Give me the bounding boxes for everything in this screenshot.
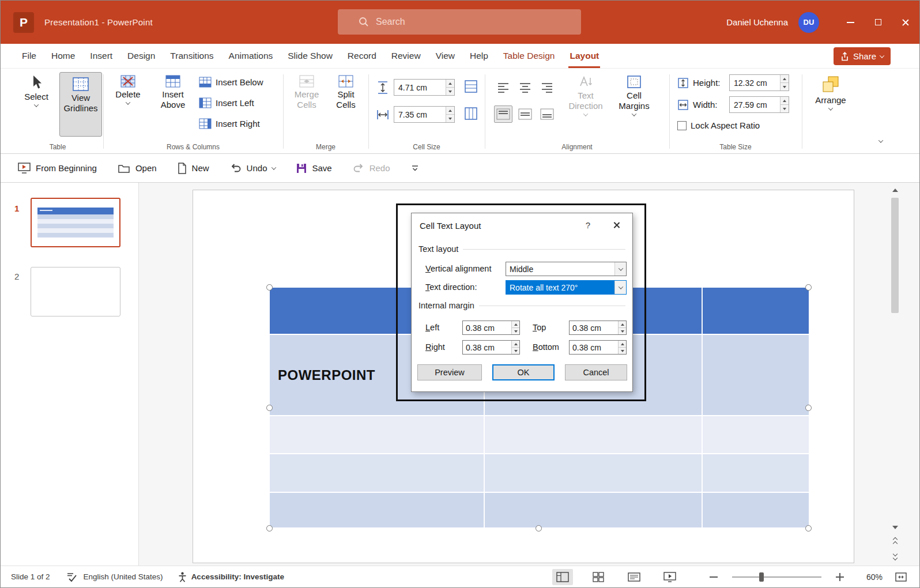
table-resize-handle-middle-right[interactable] <box>805 405 812 411</box>
search-box[interactable]: Search <box>338 9 581 35</box>
distribute-columns-button[interactable] <box>464 107 478 123</box>
arrange-button[interactable]: Arrange <box>810 72 851 111</box>
text-direction-dropdown[interactable]: Rotate all text 270° <box>506 280 627 295</box>
insert-left-button[interactable]: Insert Left <box>199 94 254 111</box>
table-resize-handle-bottom-right[interactable] <box>805 525 812 532</box>
fit-to-window-button[interactable] <box>891 569 911 585</box>
margin-top-down-button[interactable] <box>619 327 626 334</box>
collapse-ribbon-button[interactable] <box>874 136 887 146</box>
distribute-rows-button[interactable] <box>464 80 478 96</box>
close-button[interactable] <box>892 1 919 44</box>
slide-sorter-view-button[interactable] <box>588 569 609 585</box>
scrollbar-thumb[interactable] <box>891 198 899 313</box>
align-bottom-button[interactable] <box>538 105 556 123</box>
tab-animations[interactable]: Animations <box>221 44 281 68</box>
minimize-button[interactable] <box>836 1 864 44</box>
align-right-button[interactable] <box>538 79 556 96</box>
next-slide-button[interactable] <box>890 551 900 561</box>
tab-design[interactable]: Design <box>120 44 163 68</box>
zoom-in-button[interactable] <box>829 569 850 585</box>
tab-record[interactable]: Record <box>340 44 384 68</box>
table-width-up-button[interactable] <box>781 97 789 104</box>
margin-left-up-button[interactable] <box>512 321 519 327</box>
previous-slide-button[interactable] <box>890 537 900 546</box>
tab-insert[interactable]: Insert <box>82 44 120 68</box>
tab-home[interactable]: Home <box>44 44 82 68</box>
dialog-close-button[interactable] <box>606 218 628 233</box>
table-resize-handle-bottom-left[interactable] <box>266 525 273 532</box>
insert-above-button[interactable]: Insert Above <box>154 72 192 110</box>
tab-layout[interactable]: Layout <box>562 44 606 68</box>
slide-1-thumbnail[interactable] <box>31 198 120 247</box>
zoom-slider[interactable] <box>732 576 821 578</box>
margin-left-spinner[interactable]: 0.38 cm <box>462 321 520 335</box>
margin-bottom-down-button[interactable] <box>619 347 626 354</box>
maximize-button[interactable] <box>864 1 892 44</box>
user-avatar[interactable]: DU <box>798 12 819 33</box>
table-resize-handle-bottom-center[interactable] <box>536 525 542 532</box>
tab-table-design[interactable]: Table Design <box>496 44 563 68</box>
scroll-up-button[interactable] <box>890 185 900 195</box>
slide-2-thumbnail[interactable] <box>31 267 120 316</box>
center-vertically-button[interactable] <box>516 105 534 123</box>
slide-indicator[interactable]: Slide 1 of 2 <box>11 572 50 581</box>
save-button[interactable]: Save <box>296 163 331 174</box>
table-resize-handle-top-left[interactable] <box>266 284 273 291</box>
tab-review[interactable]: Review <box>384 44 428 68</box>
lock-aspect-ratio-checkbox[interactable] <box>677 121 687 130</box>
margin-right-down-button[interactable] <box>512 347 519 354</box>
align-left-button[interactable] <box>494 79 512 96</box>
margin-top-up-button[interactable] <box>619 321 626 327</box>
scroll-down-button[interactable] <box>890 522 900 532</box>
cell-width-spinner[interactable]: 7.35 cm <box>394 106 455 123</box>
margin-bottom-spinner[interactable]: 0.38 cm <box>569 340 627 355</box>
zoom-level[interactable]: 60% <box>858 572 883 582</box>
slide-show-view-button[interactable] <box>659 569 680 585</box>
cell-width-up-button[interactable] <box>446 107 454 114</box>
powerpoint-logo-icon[interactable]: P <box>13 12 34 33</box>
split-cells-button[interactable]: Split Cells <box>328 72 364 110</box>
cell-width-down-button[interactable] <box>446 114 454 122</box>
new-button[interactable]: New <box>178 163 209 174</box>
zoom-slider-thumb[interactable] <box>759 572 764 582</box>
margin-left-down-button[interactable] <box>512 327 519 334</box>
share-button[interactable]: Share <box>834 47 891 65</box>
cancel-button[interactable]: Cancel <box>565 364 627 380</box>
accessibility-button[interactable]: Accessibility: Investigate <box>178 572 284 582</box>
tab-file[interactable]: File <box>14 44 44 68</box>
table-resize-handle-middle-left[interactable] <box>266 405 273 411</box>
margin-top-spinner[interactable]: 0.38 cm <box>569 321 627 335</box>
tab-view[interactable]: View <box>428 44 462 68</box>
cell-height-spinner[interactable]: 4.71 cm <box>394 79 455 96</box>
cell-height-down-button[interactable] <box>446 87 454 95</box>
vertical-scrollbar[interactable] <box>890 185 900 561</box>
preview-button[interactable]: Preview <box>417 364 482 380</box>
select-button[interactable]: Select <box>18 72 55 107</box>
table-resize-handle-top-right[interactable] <box>805 284 812 291</box>
table-width-down-button[interactable] <box>781 104 789 112</box>
open-button[interactable]: Open <box>118 163 157 174</box>
table-height-up-button[interactable] <box>781 75 789 82</box>
from-beginning-button[interactable]: From Beginning <box>18 162 97 174</box>
table-height-spinner[interactable]: 12.32 cm <box>729 74 789 91</box>
margin-right-up-button[interactable] <box>512 341 519 347</box>
table-height-down-button[interactable] <box>781 82 789 91</box>
spell-check-button[interactable] <box>66 572 78 582</box>
tab-help[interactable]: Help <box>462 44 496 68</box>
text-direction-dropdown-arrow[interactable] <box>614 281 626 294</box>
zoom-out-button[interactable] <box>703 569 724 585</box>
language-indicator[interactable]: English (United States) <box>84 572 163 581</box>
text-direction-button[interactable]: Text Direction <box>567 72 605 116</box>
delete-button[interactable]: Delete <box>110 72 146 105</box>
insert-right-button[interactable]: Insert Right <box>199 115 260 132</box>
ok-button[interactable]: OK <box>492 364 555 380</box>
merge-cells-button[interactable]: Merge Cells <box>289 72 325 110</box>
align-top-button[interactable] <box>494 105 512 123</box>
vertical-alignment-dropdown-arrow[interactable] <box>614 262 626 276</box>
tab-transitions[interactable]: Transitions <box>163 44 221 68</box>
normal-view-button[interactable] <box>552 569 573 585</box>
user-name[interactable]: Daniel Uchenna <box>726 17 788 27</box>
margin-right-spinner[interactable]: 0.38 cm <box>462 340 520 355</box>
qat-customize-button[interactable] <box>411 164 419 172</box>
view-gridlines-toggle[interactable]: View Gridlines <box>59 72 102 137</box>
